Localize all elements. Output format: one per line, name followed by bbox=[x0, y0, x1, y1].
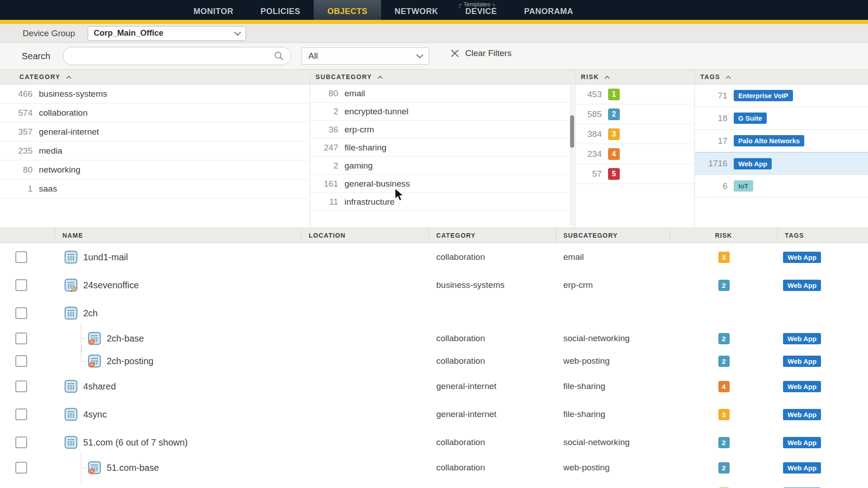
table-row[interactable]: 51.com-basecollaborationweb-posting2Web … bbox=[0, 456, 868, 479]
device-group-select[interactable]: Corp_Main_Office bbox=[88, 26, 246, 41]
subcategory-filter-item[interactable]: 2gaming bbox=[310, 157, 575, 175]
name-cell: 51.com-base bbox=[55, 456, 302, 479]
device-group-label: Device Group bbox=[23, 28, 75, 38]
accent-bar bbox=[0, 20, 868, 24]
clear-filters-button[interactable]: Clear Filters bbox=[450, 48, 511, 58]
filter-browser: CATEGORY 466business-systems574collabora… bbox=[0, 69, 868, 227]
subcategory-filter-header[interactable]: SUBCATEGORY bbox=[310, 69, 575, 84]
category-filter-item[interactable]: 1saas bbox=[0, 179, 310, 198]
risk-filter-header[interactable]: RISK bbox=[576, 69, 694, 84]
subcategory-cell: email bbox=[556, 243, 670, 271]
filter-item-count: 2 bbox=[310, 161, 338, 171]
filter-item-count: 80 bbox=[310, 89, 338, 99]
category-filter-item[interactable]: 80networking bbox=[0, 160, 310, 179]
category-filter-header[interactable]: CATEGORY bbox=[0, 69, 310, 84]
row-checkbox[interactable] bbox=[15, 355, 27, 367]
tag-filter-item[interactable]: 1716Web App bbox=[695, 152, 868, 175]
tab-policies[interactable]: POLICIES bbox=[247, 0, 314, 20]
row-checkbox[interactable] bbox=[15, 408, 27, 420]
application-name[interactable]: 51.com (6 out of 7 shown) bbox=[83, 437, 188, 448]
risk-filter-item[interactable]: 2344 bbox=[576, 144, 694, 164]
app-icon bbox=[64, 408, 78, 422]
subcategory-filter-item[interactable]: 11infrastructure bbox=[310, 193, 575, 211]
tags-cell: Web App bbox=[778, 327, 868, 350]
category-filter-item[interactable]: 357general-internet bbox=[0, 122, 310, 141]
tag-filter-item[interactable]: 17Palo Alto Networks bbox=[695, 130, 868, 152]
risk-filter-item[interactable]: 4531 bbox=[576, 84, 694, 104]
row-checkbox[interactable] bbox=[15, 380, 27, 392]
table-row[interactable]: 4sharedgeneral-internetfile-sharing4Web … bbox=[0, 372, 868, 400]
filter-item-count: 384 bbox=[576, 129, 602, 139]
application-name[interactable]: 2ch-posting bbox=[107, 356, 153, 366]
application-name[interactable]: 2ch bbox=[83, 308, 98, 319]
filter-scope-select[interactable]: All bbox=[302, 47, 429, 65]
table-row[interactable]: 2ch-postingcollaborationweb-posting2Web … bbox=[0, 350, 868, 372]
table-row[interactable]: 24sevenofficebusiness-systemserp-crm2Web… bbox=[0, 271, 868, 299]
column-header-name[interactable]: NAME bbox=[55, 228, 302, 243]
column-header-tags[interactable]: TAGS bbox=[778, 228, 868, 243]
location-cell bbox=[302, 350, 429, 372]
category-filter-item[interactable]: 466business-systems bbox=[0, 84, 310, 103]
tree-connector bbox=[76, 350, 87, 372]
tab-objects[interactable]: OBJECTS bbox=[314, 0, 381, 20]
table-row[interactable]: 2ch-basecollaborationsocial-networking2W… bbox=[0, 327, 868, 350]
application-name[interactable]: 4sync bbox=[83, 409, 107, 420]
subcategory-filter-item[interactable]: 80email bbox=[310, 84, 575, 103]
tag-badge: Enterprise VoIP bbox=[734, 90, 793, 101]
column-header-category[interactable]: CATEGORY bbox=[429, 228, 556, 243]
row-checkbox[interactable] bbox=[15, 251, 27, 263]
category-filter-list: 466business-systems574collaboration357ge… bbox=[0, 84, 310, 198]
application-name[interactable]: 1und1-mail bbox=[83, 252, 128, 263]
subcategory-filter-item[interactable]: 247file-sharing bbox=[310, 139, 575, 157]
subcategory-filter-item[interactable]: 161general-business bbox=[310, 175, 575, 193]
table-row[interactable]: 2ch bbox=[0, 299, 868, 327]
risk-filter-title: RISK bbox=[581, 73, 599, 80]
name-cell: 24sevenoffice bbox=[55, 271, 302, 299]
tab-monitor[interactable]: MONITOR bbox=[180, 0, 247, 20]
tag-badge: Web App bbox=[783, 437, 821, 448]
category-filter-item[interactable]: 574collaboration bbox=[0, 103, 310, 122]
search-input[interactable] bbox=[63, 47, 291, 65]
risk-cell: 2 bbox=[670, 456, 778, 479]
row-checkbox[interactable] bbox=[15, 279, 27, 291]
filter-item-count: 247 bbox=[310, 143, 338, 153]
location-cell bbox=[302, 400, 429, 428]
name-cell: 2ch-base bbox=[55, 327, 302, 350]
location-cell bbox=[302, 428, 429, 456]
category-cell: business-systems bbox=[429, 271, 556, 299]
tag-badge: Web App bbox=[734, 158, 772, 169]
tag-filter-item[interactable]: 18G Suite bbox=[695, 107, 868, 130]
table-row[interactable]: 4syncgeneral-internetfile-sharing3Web Ap… bbox=[0, 400, 868, 428]
tag-filter-item[interactable]: 6IoT bbox=[695, 175, 868, 197]
row-checkbox[interactable] bbox=[15, 333, 27, 344]
row-checkbox[interactable] bbox=[15, 462, 27, 474]
application-name[interactable]: 4shared bbox=[83, 381, 116, 392]
table-row[interactable]: 1Web App bbox=[0, 479, 868, 488]
application-name[interactable]: 24sevenoffice bbox=[83, 280, 139, 291]
column-header-location[interactable]: LOCATION bbox=[302, 228, 429, 243]
risk-filter-panel: RISK 4531585238432344575 bbox=[576, 69, 695, 227]
category-cell bbox=[429, 299, 556, 327]
filter-item-count: 453 bbox=[576, 89, 602, 99]
tag-filter-item[interactable]: 71Enterprise VoIP bbox=[695, 84, 868, 107]
scrollbar-track[interactable] bbox=[570, 85, 575, 226]
tags-filter-header[interactable]: TAGS bbox=[695, 69, 868, 84]
table-row[interactable]: 1und1-mailcollaborationemail3Web App bbox=[0, 243, 868, 271]
subcategory-filter-item[interactable]: 36erp-crm bbox=[310, 121, 575, 139]
category-filter-item[interactable]: 235media bbox=[0, 141, 310, 160]
row-checkbox[interactable] bbox=[15, 307, 27, 319]
risk-filter-item[interactable]: 575 bbox=[576, 164, 694, 184]
application-name[interactable]: 51.com-base bbox=[107, 463, 159, 473]
category-cell: collaboration bbox=[429, 456, 556, 479]
application-name[interactable]: 2ch-base bbox=[107, 333, 144, 344]
subcategory-filter-item[interactable]: 2encrypted-tunnel bbox=[310, 103, 575, 121]
table-row[interactable]: 51.com (6 out of 7 shown)collaborationso… bbox=[0, 428, 868, 456]
column-header-risk[interactable]: RISK bbox=[670, 228, 778, 243]
row-checkbox[interactable] bbox=[15, 436, 27, 448]
filter-item-count: 161 bbox=[310, 179, 338, 189]
bracket-right: ┐ bbox=[492, 0, 496, 8]
column-header-subcategory[interactable]: SUBCATEGORY bbox=[556, 228, 670, 243]
risk-filter-item[interactable]: 3843 bbox=[576, 124, 694, 144]
risk-filter-item[interactable]: 5852 bbox=[576, 104, 694, 124]
scrollbar-thumb[interactable] bbox=[570, 115, 574, 148]
